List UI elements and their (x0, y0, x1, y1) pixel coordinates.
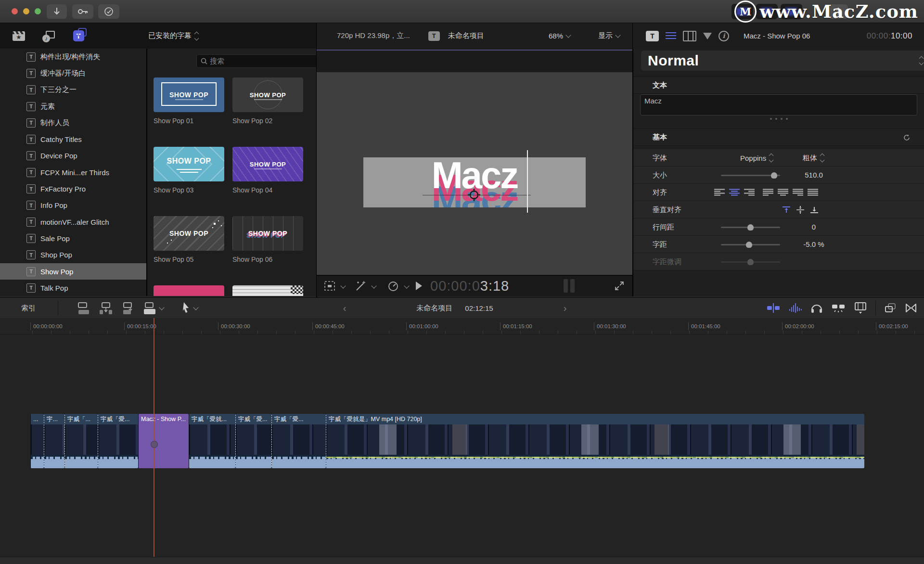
insert-clip-button[interactable] (99, 302, 113, 317)
sidebar-item[interactable]: T构件出现/构件消失 (0, 49, 146, 65)
next-project-button[interactable]: › (564, 303, 567, 314)
timeline-ruler[interactable]: 00:00:00:00 00:00:15:00 00:00:30:00 00:0… (0, 318, 924, 334)
search-field[interactable]: 搜索 (196, 54, 316, 68)
justify-last-center-button[interactable] (778, 189, 788, 196)
browser-tile-partial[interactable] (154, 285, 224, 296)
font-family-dropdown[interactable]: Poppins (740, 149, 773, 167)
zoom-window-button[interactable] (35, 8, 41, 14)
import-media-button[interactable] (47, 4, 67, 19)
solo-toggle[interactable] (810, 302, 823, 314)
browser-tile-show-pop-06[interactable]: SHOW POP (232, 216, 303, 251)
justify-all-button[interactable] (808, 189, 818, 196)
timeline-clip[interactable]: 宇威「... (64, 414, 98, 468)
justify-last-right-button[interactable] (793, 189, 803, 196)
connect-clip-button[interactable] (77, 302, 91, 317)
timeline-clip-macz-show-pop[interactable]: Macz - Show P... (138, 414, 189, 468)
library-browser-button[interactable]: ★ (12, 29, 26, 43)
tab-text-style[interactable] (666, 32, 676, 40)
sidebar-item[interactable]: T元素 (0, 98, 146, 115)
tab-info-inspector[interactable]: i (719, 31, 729, 41)
playhead[interactable] (154, 318, 154, 557)
slider-thumb[interactable] (747, 224, 754, 231)
timeline-clip-main-mv[interactable]: 宇威「愛就是」MV mp4 [HD 720p] (326, 414, 864, 468)
timeline-history-button[interactable] (884, 302, 897, 314)
justify-last-left-button[interactable] (763, 189, 773, 196)
timeline-clip[interactable]: 宇威「愛就... (189, 414, 235, 468)
title-text-field[interactable]: Macz (640, 94, 917, 115)
play-button[interactable] (414, 281, 424, 293)
minimize-window-button[interactable] (23, 8, 29, 14)
overwrite-clip-button[interactable] (142, 302, 164, 315)
sidebar-item[interactable]: TShop Pop (0, 247, 146, 263)
valign-top-button[interactable] (782, 206, 791, 214)
size-value[interactable]: 510.0 (792, 167, 835, 184)
reset-section-icon[interactable] (903, 134, 911, 141)
sidebar-item[interactable]: TTalk Pop (0, 280, 146, 296)
tracking-value[interactable]: -5.0 % (792, 236, 835, 253)
tab-generator-inspector[interactable] (703, 33, 712, 39)
viewer-canvas[interactable]: Macz Macz Macz (317, 72, 632, 275)
align-left-button[interactable] (714, 189, 725, 196)
text-section-header[interactable]: 文本 (633, 77, 924, 94)
audio-skimming-toggle[interactable] (789, 302, 802, 314)
browser-tile-show-pop-01[interactable]: SHOW POP (154, 77, 224, 112)
browser-tile-show-pop-04[interactable]: SHOW POP (232, 147, 303, 181)
tracking-slider[interactable] (721, 244, 780, 245)
timeline-clip[interactable]: ... (30, 414, 44, 468)
sidebar-item[interactable]: TFCPX Mini...er Thirds (0, 164, 146, 180)
browser-tile-show-pop-02[interactable]: SHOW POP (232, 77, 303, 112)
sidebar-item[interactable]: T下三分之一 (0, 82, 146, 98)
skimming-toggle[interactable] (766, 302, 781, 314)
check-tasks-button[interactable] (98, 4, 119, 19)
timeline-project-name[interactable]: 未命名项目 (416, 304, 452, 313)
transform-menu-button[interactable] (323, 280, 345, 292)
sidebar-item[interactable]: TCatchy Titles (0, 131, 146, 147)
titles-generators-browser-button[interactable]: T (71, 29, 86, 43)
retime-menu-button[interactable] (387, 280, 409, 292)
sidebar-item-show-pop[interactable]: TShow Pop (0, 263, 146, 280)
playhead-anchor-dot[interactable] (151, 441, 158, 448)
line-spacing-slider[interactable] (721, 227, 780, 228)
photos-audio-browser-button[interactable] (41, 29, 56, 43)
sidebar-item[interactable]: TFxFactory Pro (0, 180, 146, 197)
format-info[interactable]: 720p HD 23.98p，立... (337, 31, 410, 40)
append-clip-button[interactable] (120, 302, 135, 317)
anchor-crosshair-icon[interactable] (467, 188, 481, 202)
fullscreen-button[interactable] (614, 281, 625, 293)
timeline-clip[interactable]: 宇... (44, 414, 64, 468)
align-center-button[interactable] (729, 189, 740, 196)
valign-middle-button[interactable] (796, 206, 805, 214)
browser-tile-show-pop-03[interactable]: SHOW POP (154, 147, 224, 181)
sidebar-item[interactable]: TSale Pop (0, 230, 146, 246)
tab-video-inspector[interactable] (683, 31, 696, 41)
sidebar-item[interactable]: T缓冲器/开场白 (0, 65, 146, 81)
line-spacing-value[interactable]: 0 (792, 218, 835, 236)
snapping-toggle[interactable] (831, 302, 846, 314)
font-face-dropdown[interactable]: 粗体 (803, 149, 824, 167)
index-button[interactable]: 索引 (21, 298, 36, 318)
basic-section-header[interactable]: 基本 (633, 128, 924, 146)
align-right-button[interactable] (744, 189, 755, 196)
timeline-body[interactable]: ... 宇... 宇威「... 宇威「愛... Macz - Show P...… (0, 334, 924, 557)
browser-tile-show-pop-05[interactable]: SHOW POP (154, 216, 224, 251)
close-window-button[interactable] (12, 8, 18, 14)
prev-project-button[interactable]: ‹ (343, 303, 346, 314)
audio-meters[interactable] (561, 279, 575, 295)
timeline-clip[interactable]: 宇威「愛... (98, 414, 138, 468)
sidebar-item[interactable]: TDevice Pop (0, 148, 146, 164)
display-menu-dropdown[interactable]: 显示 (598, 31, 620, 40)
slider-thumb[interactable] (746, 242, 752, 248)
sidebar-item[interactable]: TmotionVF...aler Glitch (0, 214, 146, 230)
tab-text-inspector[interactable]: T (646, 31, 659, 41)
timeline-clip[interactable]: 宇威「愛... (271, 414, 326, 468)
valign-bottom-button[interactable] (809, 206, 819, 214)
timeline-clip[interactable]: 宇威「愛... (235, 414, 271, 468)
sidebar-item[interactable]: TInfo Pop (0, 197, 146, 214)
browser-tile-partial[interactable] (232, 285, 303, 296)
installed-titles-dropdown[interactable]: 已安装的字幕 (148, 31, 198, 40)
style-preset-selector[interactable]: Normal (641, 51, 924, 71)
playhead-timecode[interactable]: 00:00:03:18 (430, 278, 509, 294)
slider-thumb[interactable] (771, 172, 777, 179)
keying-button[interactable] (72, 4, 93, 19)
size-slider[interactable] (721, 175, 780, 176)
